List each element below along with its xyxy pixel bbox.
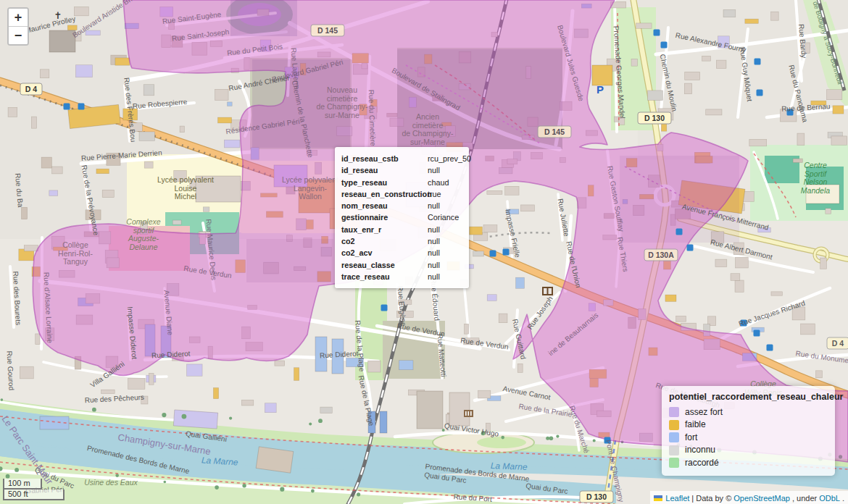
transit-stop-icon <box>490 251 496 257</box>
transit-stop-icon <box>754 330 760 337</box>
leaflet-link[interactable]: Leaflet <box>665 494 689 503</box>
road-shield: D 130 <box>580 491 613 503</box>
svg-text:D 130: D 130 <box>644 114 665 122</box>
osm-link[interactable]: OpenStreetMap <box>733 494 790 503</box>
tooltip-key: id_reseau_cstb <box>341 153 428 164</box>
legend-label: assez fort <box>685 406 723 419</box>
legend-item: assez fort <box>669 406 828 419</box>
transit-stop-icon <box>503 249 510 256</box>
svg-text:D 145: D 145 <box>544 127 565 136</box>
legend-item: faible <box>669 419 828 432</box>
legend-swatch-icon <box>669 407 679 417</box>
parking-icon: P <box>596 83 604 96</box>
tooltip-key: reseau_classe <box>341 259 428 271</box>
tooltip-row: taux_enr_rnull <box>341 224 462 235</box>
tooltip-row: id_reseau_cstbrcu_prev_50 <box>341 153 462 164</box>
scale-control: 100 m 500 ft <box>3 479 65 500</box>
tooltip-value: chaud <box>428 177 449 188</box>
scale-metric: 100 m <box>3 479 42 490</box>
road-shield: D 130A <box>644 249 678 261</box>
tooltip-row: id_reseaunull <box>341 164 462 176</box>
transit-stop-icon <box>676 229 683 235</box>
tooltip-value: rcu_prev_50 <box>428 153 471 164</box>
legend-item: inconnu <box>669 444 828 457</box>
tooltip-value: null <box>428 235 440 247</box>
tooltip-value: null <box>428 247 440 259</box>
feature-tooltip: id_reseau_cstbrcu_prev_50id_reseaunullty… <box>335 147 469 288</box>
zoom-out-button[interactable]: − <box>9 27 28 44</box>
tooltip-key: co2 <box>341 235 428 247</box>
tooltip-row: type_reseauchaud <box>341 177 462 188</box>
tooltip-value: null <box>428 224 440 235</box>
transit-stop-icon <box>757 90 763 96</box>
tooltip-key: nom_reseau <box>341 200 428 211</box>
tooltip-row: reseau_classenull <box>341 259 462 271</box>
road-shield: D 130 <box>638 112 671 124</box>
tooltip-key: id_reseau <box>341 164 428 176</box>
svg-text:D 145: D 145 <box>317 26 338 35</box>
legend-swatch-icon <box>669 420 679 430</box>
svg-text:D 4: D 4 <box>832 339 844 348</box>
tooltip-row: co2_acvnull <box>341 247 462 259</box>
tooltip-key: trace_reseau <box>341 271 428 282</box>
svg-text:D 4: D 4 <box>25 85 38 93</box>
svg-text:La Marne: La Marne <box>491 461 528 472</box>
legend-panel: potentiel_raccordement_reseau_chaleur as… <box>662 386 835 476</box>
tooltip-row: gestionnaireCoriance <box>341 211 462 223</box>
transit-stop-icon <box>661 42 668 49</box>
svg-text:ComplexesportifAuguste-Delaune: ComplexesportifAuguste-Delaune <box>126 217 160 251</box>
transit-stop-icon <box>755 59 761 65</box>
legend-title: potentiel_raccordement_reseau_chaleur <box>669 392 828 402</box>
svg-text:D 130: D 130 <box>586 492 607 501</box>
tooltip-key: taux_enr_r <box>341 224 428 235</box>
tooltip-key: reseau_en_construction <box>341 188 428 200</box>
road-shield: D 145 <box>538 126 571 138</box>
legend-label: raccordé <box>685 457 719 470</box>
transit-stop-icon <box>64 104 70 110</box>
road-shield: D 145 <box>311 25 344 36</box>
transit-stop-icon <box>381 305 388 311</box>
svg-text:D 130A: D 130A <box>648 251 674 259</box>
odbl-link[interactable]: ODbL <box>819 494 840 503</box>
zoom-in-button[interactable]: + <box>9 9 28 27</box>
road-shield: D 4 <box>827 337 848 349</box>
museum-icon <box>464 410 473 417</box>
tooltip-key: type_reseau <box>341 177 428 188</box>
legend-item: fort <box>669 432 828 445</box>
tooltip-row: nom_reseaunull <box>341 200 462 211</box>
legend-item: raccordé <box>669 457 828 470</box>
leaflet-flag-icon <box>654 495 662 501</box>
leaflet-map[interactable]: P ✝ Boulevard Aristide BriandRue Maurice… <box>0 0 848 504</box>
tooltip-value: Coriance <box>428 211 459 223</box>
tooltip-value: null <box>428 164 440 176</box>
road-shield: D 4 <box>20 83 42 95</box>
legend-label: inconnu <box>685 444 715 457</box>
legend-label: fort <box>685 432 697 445</box>
tooltip-value: true <box>428 188 441 200</box>
tooltip-row: co2null <box>341 235 462 247</box>
svg-text:CentreSportifNelsonMandela: CentreSportifNelsonMandela <box>801 161 830 195</box>
tooltip-value: null <box>428 271 440 282</box>
tooltip-row: trace_reseaunull <box>341 271 462 282</box>
legend-swatch-icon <box>669 445 679 455</box>
attribution-bar: Leaflet | Data by © OpenStreetMap, under… <box>650 491 848 504</box>
legend-swatch-icon <box>669 458 679 468</box>
scale-imperial: 500 ft <box>3 490 65 500</box>
legend-swatch-icon <box>669 432 679 442</box>
transit-stop-icon <box>767 345 773 351</box>
zoom-control: + − <box>7 7 29 46</box>
transit-stop-icon <box>78 104 85 110</box>
svg-text:Usine des Eaux: Usine des Eaux <box>84 478 138 487</box>
cinema-icon <box>542 287 553 295</box>
tooltip-key: gestionnaire <box>341 211 428 223</box>
transit-stop-icon <box>654 30 660 36</box>
tooltip-row: reseau_en_constructiontrue <box>341 188 462 200</box>
tooltip-key: co2_acv <box>341 247 428 259</box>
tooltip-value: null <box>428 259 440 271</box>
legend-label: faible <box>685 419 706 432</box>
transit-stop-icon <box>687 245 694 251</box>
tooltip-value: null <box>428 200 440 211</box>
